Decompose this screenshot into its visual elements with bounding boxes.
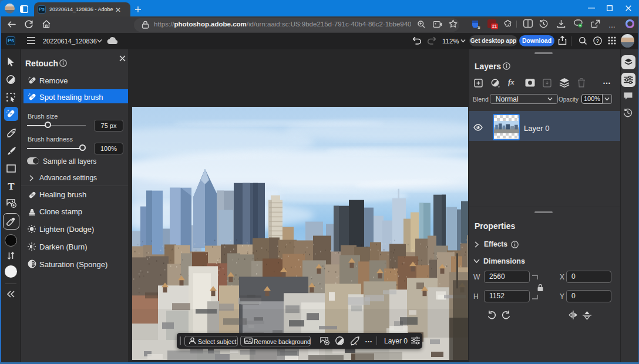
svg-text:?: ? [596,38,599,44]
svg-text:S: S [477,25,480,29]
svg-text:S: S [355,342,357,346]
